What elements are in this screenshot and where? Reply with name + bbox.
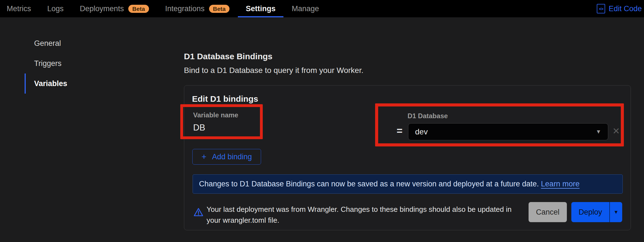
equals-sign: =: [397, 125, 402, 137]
deploy-split-button[interactable]: Deploy ▼: [571, 202, 622, 222]
tab-logs-label: Logs: [47, 4, 64, 13]
page-title: D1 Database Bindings: [184, 52, 273, 61]
sidebar-item-triggers-label: Triggers: [34, 59, 61, 68]
settings-sidebar: General Triggers Variables: [25, 33, 108, 94]
edit-d1-bindings-card: Edit D1 bindings Variable name DB = D1 D…: [184, 85, 631, 230]
deploy-dropdown-caret-icon[interactable]: ▼: [610, 202, 622, 222]
chevron-down-icon: ▼: [596, 129, 601, 135]
tab-deployments-label: Deployments: [80, 4, 124, 13]
sidebar-item-variables-label: Variables: [34, 79, 67, 88]
page-subtitle: Bind to a D1 Database to query it from y…: [184, 66, 363, 75]
variable-name-label: Variable name: [193, 111, 238, 119]
add-binding-label: Add binding: [212, 153, 252, 161]
beta-badge: Beta: [128, 5, 149, 13]
tab-settings[interactable]: Settings: [246, 0, 276, 17]
edit-code-icon: <>: [597, 4, 605, 13]
add-binding-button[interactable]: + Add binding: [192, 149, 261, 165]
info-banner-text: Changes to D1 Database Bindings can now …: [199, 180, 579, 188]
sidebar-item-general[interactable]: General: [25, 33, 108, 53]
sidebar-item-variables[interactable]: Variables: [25, 73, 108, 94]
cancel-button[interactable]: Cancel: [529, 202, 567, 222]
plus-icon: +: [202, 152, 207, 162]
d1-database-select[interactable]: dev ▼: [408, 123, 608, 140]
deploy-button-label[interactable]: Deploy: [571, 202, 609, 222]
variable-name-value[interactable]: DB: [193, 123, 205, 133]
wrangler-warning-text: Your last deployment was from Wrangler. …: [207, 204, 521, 226]
info-banner-message: Changes to D1 Database Bindings can now …: [199, 180, 539, 188]
version-info-banner: Changes to D1 Database Bindings can now …: [193, 174, 623, 194]
tab-logs[interactable]: Logs: [47, 0, 64, 17]
beta-badge: Beta: [209, 5, 230, 13]
remove-binding-icon[interactable]: ✕: [612, 126, 620, 136]
warning-icon: [193, 207, 203, 217]
tab-settings-label: Settings: [246, 4, 276, 13]
workers-settings-screen: Metrics Logs Deployments Beta Integratio…: [0, 0, 644, 242]
top-nav: Metrics Logs Deployments Beta Integratio…: [0, 0, 644, 17]
edit-code-button[interactable]: <> Edit Code: [597, 0, 642, 17]
d1-database-selected-value: dev: [415, 127, 596, 136]
tab-manage[interactable]: Manage: [292, 0, 319, 17]
tab-metrics-label: Metrics: [7, 4, 31, 13]
tab-metrics[interactable]: Metrics: [7, 0, 31, 17]
edit-code-label: Edit Code: [609, 4, 642, 13]
card-title: Edit D1 bindings: [192, 94, 258, 104]
learn-more-link[interactable]: Learn more: [541, 180, 579, 188]
sidebar-item-general-label: General: [34, 39, 61, 48]
top-nav-tabs: Metrics Logs Deployments Beta Integratio…: [0, 0, 319, 17]
tab-deployments[interactable]: Deployments Beta: [80, 0, 149, 17]
active-tab-underline: [238, 16, 283, 17]
d1-database-label: D1 Database: [408, 112, 448, 120]
sidebar-item-triggers[interactable]: Triggers: [25, 53, 108, 73]
tab-manage-label: Manage: [292, 4, 319, 13]
tab-integrations-label: Integrations: [165, 4, 205, 13]
tab-integrations[interactable]: Integrations Beta: [165, 0, 230, 17]
